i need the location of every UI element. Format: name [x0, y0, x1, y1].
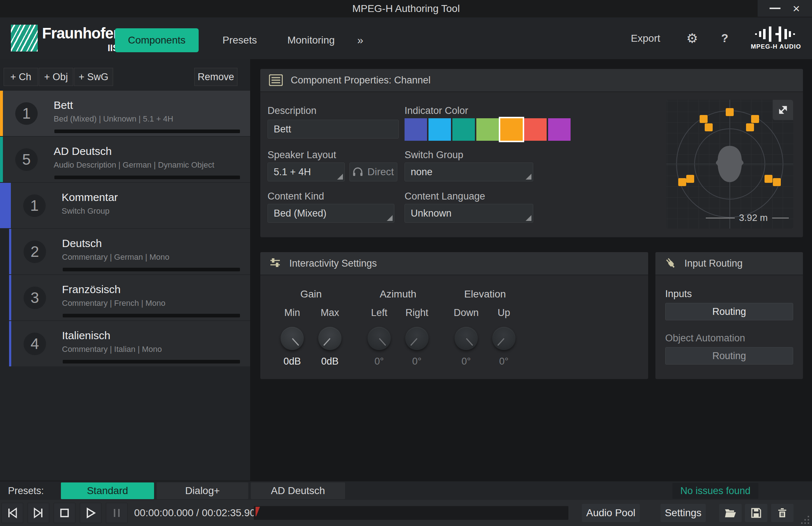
- speaker-marker[interactable]: [746, 123, 754, 131]
- component-sidebar: + Ch + Obj + SwG Remove 1 Bett Bed (Mixe…: [0, 59, 250, 481]
- help-icon[interactable]: ?: [710, 32, 740, 45]
- properties-list-icon: [269, 74, 283, 86]
- item-title: Bett: [54, 99, 173, 111]
- speaker-marker[interactable]: [726, 108, 734, 116]
- mpegh-audio-label: MPEG-H AUDIO: [751, 43, 801, 50]
- more-tabs-chevron[interactable]: »: [350, 28, 370, 52]
- speaker-layout-dropdown[interactable]: 5.1 + 4H: [268, 163, 345, 181]
- skip-to-end-button[interactable]: [28, 503, 49, 523]
- elevation-group-label: Elevation: [445, 288, 525, 300]
- object-automation-routing-button[interactable]: Routing: [665, 347, 793, 365]
- panel-title: Interactivity Settings: [289, 258, 377, 269]
- gain-max-knob[interactable]: [318, 327, 341, 350]
- minimize-icon[interactable]: [770, 8, 780, 9]
- gain-max-knob-group: Max 0dB: [308, 307, 352, 367]
- color-swatch-purple[interactable]: [548, 118, 571, 141]
- stop-button[interactable]: [54, 503, 75, 523]
- item-title: Deutsch: [62, 237, 169, 250]
- content-kind-dropdown[interactable]: Bed (Mixed): [268, 204, 394, 223]
- preset-ad-deutsch-button[interactable]: AD Deutsch: [251, 482, 345, 499]
- description-input[interactable]: Bett: [268, 120, 399, 139]
- inputs-label: Inputs: [665, 288, 692, 300]
- fraunhofer-logo: Fraunhofer IIS: [11, 25, 119, 53]
- add-channel-button[interactable]: + Ch: [4, 68, 38, 86]
- elevation-down-knob[interactable]: [455, 327, 478, 350]
- timecode-display: 00:00:00.000 / 00:02:35.900: [134, 500, 261, 526]
- gain-min-knob[interactable]: [281, 327, 304, 350]
- speaker-marker[interactable]: [678, 178, 686, 186]
- color-swatch-orange-selected[interactable]: [500, 118, 523, 141]
- item-subtitle: Commentary | Italian | Mono: [62, 345, 162, 354]
- speaker-marker[interactable]: [773, 178, 781, 186]
- brand-name: Fraunhofer: [42, 25, 119, 42]
- item-subtitle: Audio Description | German | Dynamic Obj…: [54, 160, 214, 170]
- resize-grip[interactable]: [800, 515, 810, 525]
- speaker-marker[interactable]: [705, 123, 713, 131]
- speaker-marker[interactable]: [686, 175, 694, 183]
- item-color-stripe: [0, 137, 3, 182]
- elevation-up-knob[interactable]: [492, 327, 515, 350]
- radar-scale-value: 3.92 m: [739, 212, 768, 223]
- color-swatch-teal[interactable]: [452, 118, 475, 141]
- elevation-down-knob-group: Down 0°: [444, 307, 488, 367]
- pause-icon: [112, 507, 121, 518]
- content-language-dropdown[interactable]: Unknown: [405, 204, 533, 223]
- audio-pool-button[interactable]: Audio Pool: [582, 504, 640, 522]
- export-button[interactable]: Export: [616, 33, 675, 44]
- direct-monitor-button[interactable]: Direct: [349, 163, 397, 181]
- item-number-badge: 2: [24, 241, 46, 263]
- component-item-bett[interactable]: 1 Bett Bed (Mixed) | Unknown | 5.1 + 4H: [0, 91, 250, 136]
- azimuth-left-value: 0°: [357, 356, 401, 367]
- playhead-marker[interactable]: [256, 507, 260, 516]
- tab-components[interactable]: Components: [115, 28, 199, 52]
- add-switch-group-button[interactable]: + SwG: [74, 68, 113, 86]
- presets-bar: Presets: Standard Dialog+ AD Deutsch No …: [0, 481, 812, 500]
- color-swatch-green[interactable]: [476, 118, 499, 141]
- expand-visualization-button[interactable]: [773, 100, 793, 120]
- panel-title: Input Routing: [684, 258, 743, 269]
- skip-to-start-button[interactable]: [1, 503, 23, 523]
- presets-label: Presets:: [8, 481, 44, 501]
- play-button[interactable]: [80, 503, 102, 523]
- sidebar-toolbar: + Ch + Obj + SwG Remove: [0, 59, 250, 91]
- input-routing-header: Input Routing: [655, 252, 803, 275]
- pause-button[interactable]: [106, 503, 128, 523]
- item-title: Kommentar: [62, 191, 118, 204]
- component-item-italienisch[interactable]: 4 Italienisch Commentary | Italian | Mon…: [0, 321, 250, 366]
- speaker-marker[interactable]: [751, 115, 759, 123]
- add-object-button[interactable]: + Obj: [39, 68, 73, 86]
- close-icon[interactable]: ×: [793, 3, 800, 14]
- component-item-franzoesisch[interactable]: 3 Französisch Commentary | French | Mono: [0, 275, 250, 320]
- item-title: Französisch: [62, 283, 165, 296]
- settings-button[interactable]: Settings: [660, 504, 706, 522]
- preset-dialog-button[interactable]: Dialog+: [157, 482, 248, 499]
- color-swatch-cyan[interactable]: [428, 118, 451, 141]
- item-number-badge: 1: [15, 102, 38, 125]
- skip-start-icon: [7, 507, 18, 518]
- color-swatch-red[interactable]: [524, 118, 547, 141]
- preset-standard-button[interactable]: Standard: [61, 482, 154, 499]
- tab-monitoring[interactable]: Monitoring: [272, 28, 350, 52]
- save-project-button[interactable]: [745, 504, 767, 522]
- tab-presets[interactable]: Presets: [207, 28, 272, 52]
- speaker-marker[interactable]: [700, 115, 708, 123]
- color-swatch-blue[interactable]: [405, 118, 427, 141]
- inputs-routing-button[interactable]: Routing: [665, 303, 793, 320]
- switch-group-dropdown[interactable]: none: [405, 163, 533, 181]
- item-title: Italienisch: [62, 329, 162, 342]
- azimuth-right-knob[interactable]: [405, 327, 428, 350]
- indicator-color-swatches: [405, 118, 571, 141]
- remove-button[interactable]: Remove: [194, 68, 237, 86]
- item-level-meter: [63, 360, 240, 363]
- component-item-ad-deutsch[interactable]: 5 AD Deutsch Audio Description | German …: [0, 137, 250, 182]
- delete-button[interactable]: [771, 504, 794, 522]
- gain-group-label: Gain: [271, 288, 351, 300]
- mpegh-audio-logo: MPEG-H AUDIO: [751, 26, 801, 50]
- azimuth-left-knob[interactable]: [368, 327, 391, 350]
- gear-icon[interactable]: ⚙: [675, 31, 709, 46]
- component-item-kommentar[interactable]: 1 Kommentar Switch Group: [0, 183, 250, 228]
- open-project-button[interactable]: [719, 504, 742, 522]
- playback-progress-bar[interactable]: [254, 506, 568, 520]
- component-item-deutsch[interactable]: 2 Deutsch Commentary | German | Mono: [0, 229, 250, 274]
- speaker-marker[interactable]: [765, 175, 772, 183]
